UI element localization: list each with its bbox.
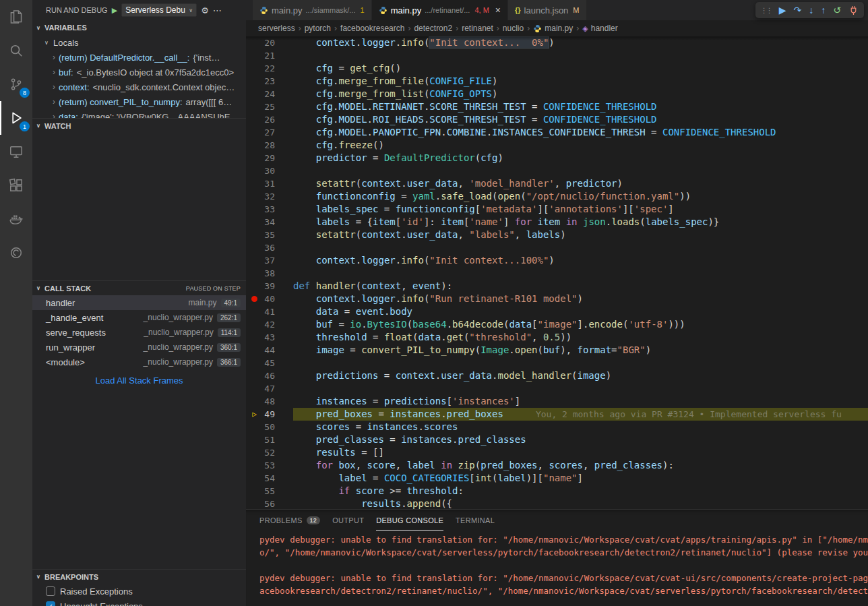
breadcrumb-item-main-py[interactable]: main.py [533, 24, 573, 33]
code-line[interactable]: 40 context.logger.info("Run retinanet-R1… [246, 293, 868, 305]
gutter-glyph-margin[interactable] [246, 433, 263, 446]
code-line[interactable]: 39def handler(context, event): [246, 280, 868, 293]
code-line[interactable]: 34 labels = {item['id']: item['name'] fo… [246, 216, 868, 229]
variable-row[interactable]: ›context:<nuclio_sdk.context.Context obj… [32, 80, 246, 94]
remote-explorer-icon[interactable] [0, 135, 32, 169]
code-line[interactable]: 54 label = COCO_CATEGORIES[int(label)]["… [246, 472, 868, 485]
line-number[interactable]: 48 [263, 395, 275, 408]
code-line[interactable]: 46 predictions = context.user_data.model… [246, 369, 868, 382]
line-number[interactable]: 32 [263, 190, 275, 203]
breadcrumb-item-serverless[interactable]: serverless [258, 24, 295, 33]
code-line[interactable]: 23 cfg.merge_from_file(CONFIG_FILE) [246, 75, 868, 88]
line-number[interactable]: 44 [263, 344, 275, 357]
line-number[interactable]: 54 [263, 472, 275, 485]
source-control-icon[interactable]: 8 [0, 67, 32, 101]
search-icon[interactable] [0, 34, 32, 67]
run-debug-icon[interactable]: 1 [0, 101, 32, 135]
line-number[interactable]: 51 [263, 433, 275, 446]
continue-icon[interactable]: ▶ [779, 5, 786, 15]
panel-tab-terminal[interactable]: TERMINAL [456, 510, 495, 531]
code-line[interactable]: 38 [246, 267, 868, 280]
line-number[interactable]: 26 [263, 113, 275, 126]
code-line[interactable]: 45 [246, 357, 868, 369]
line-number[interactable]: 49 [263, 408, 275, 421]
gutter-glyph-margin[interactable] [246, 267, 263, 280]
gutter-glyph-margin[interactable] [246, 100, 263, 113]
close-icon[interactable]: × [495, 5, 501, 16]
code-line[interactable]: 22 cfg = get_cfg() [246, 62, 868, 75]
gutter-glyph-margin[interactable] [246, 497, 263, 509]
code-line[interactable]: 32 functionconfig = yaml.safe_load(open(… [246, 190, 868, 203]
variables-header[interactable]: ∨ VARIABLES [32, 20, 246, 35]
variable-row[interactable]: ›buf:<_io.BytesIO object at 0x7f5a2dc1ec… [32, 65, 246, 80]
panel-tab-debug-console[interactable]: DEBUG CONSOLE [376, 510, 443, 531]
gutter-glyph-margin[interactable] [246, 344, 263, 357]
line-number[interactable]: 45 [263, 357, 275, 369]
line-number[interactable]: 36 [263, 241, 275, 254]
code-line[interactable]: 48 instances = predictions['instances'] [246, 395, 868, 408]
gutter-glyph-margin[interactable] [246, 152, 263, 164]
breadcrumb-item-detectron2[interactable]: detectron2 [414, 24, 452, 33]
line-number[interactable]: 31 [263, 177, 275, 190]
load-all-stack-frames-link[interactable]: Load All Stack Frames [32, 375, 246, 386]
gutter-glyph-margin[interactable] [246, 293, 263, 305]
code-line[interactable]: 26 cfg.MODEL.ROI_HEADS.SCORE_THRESH_TEST… [246, 113, 868, 126]
breadcrumb-item-facebookresearch[interactable]: facebookresearch [340, 24, 404, 33]
panel-tab-output[interactable]: OUTPUT [332, 510, 364, 531]
code-line[interactable]: 51 pred_classes = instances.pred_classes [246, 433, 868, 446]
gutter-glyph-margin[interactable] [246, 472, 263, 485]
debug-console-output[interactable]: pydev debugger: unable to find translati… [246, 531, 868, 606]
line-number[interactable]: 39 [263, 280, 275, 293]
breadcrumb-item-retinanet[interactable]: retinanet [462, 24, 493, 33]
gutter-glyph-margin[interactable] [246, 190, 263, 203]
gutter-glyph-margin[interactable] [246, 395, 263, 408]
breakpoint-item[interactable]: Raised Exceptions [32, 584, 246, 599]
line-number[interactable]: 33 [263, 203, 275, 216]
gutter-glyph-margin[interactable] [246, 369, 263, 382]
breakpoint-item[interactable]: ✓Uncaught Exceptions [32, 599, 246, 606]
editor-tab[interactable]: main.py.../retinanet/...4, M× [372, 0, 508, 20]
code-line[interactable]: 20 context.logger.info("Init context... … [246, 36, 868, 49]
gutter-glyph-margin[interactable] [246, 49, 263, 62]
line-number[interactable]: 22 [263, 62, 275, 75]
line-number[interactable]: 28 [263, 139, 275, 152]
panel-tab-problems[interactable]: PROBLEMS12 [259, 510, 320, 531]
code-line[interactable]: 56 results.append({ [246, 497, 868, 509]
line-number[interactable]: 55 [263, 485, 275, 497]
line-number[interactable]: 41 [263, 305, 275, 318]
code-line[interactable]: 50 scores = instances.scores [246, 421, 868, 433]
line-number[interactable]: 42 [263, 318, 275, 331]
line-number[interactable]: 21 [263, 49, 275, 62]
gear-icon[interactable]: ⚙ [201, 5, 209, 16]
code-line[interactable]: 43 threshold = float(data.get("threshold… [246, 331, 868, 344]
line-number[interactable]: 56 [263, 497, 275, 509]
code-line[interactable]: 30 [246, 164, 868, 177]
gutter-glyph-margin[interactable] [246, 318, 263, 331]
code-line[interactable]: 25 cfg.MODEL.RETINANET.SCORE_THRESH_TEST… [246, 100, 868, 113]
circle-tool-icon[interactable] [0, 236, 32, 270]
code-line[interactable]: 35 setattr(context.user_data, "labels", … [246, 229, 868, 241]
gutter-glyph-margin[interactable]: ▷ [246, 408, 263, 421]
stack-frame[interactable]: serve_requests_nuclio_wrapper.py114:1 [32, 325, 246, 340]
code-line[interactable]: 33 labels_spec = functionconfig['metadat… [246, 203, 868, 216]
gutter-glyph-margin[interactable] [246, 36, 263, 49]
code-line[interactable]: 42 buf = io.BytesIO(base64.b64decode(dat… [246, 318, 868, 331]
line-number[interactable]: 25 [263, 100, 275, 113]
line-number[interactable]: 38 [263, 267, 275, 280]
step-over-icon[interactable]: ↷ [794, 5, 802, 15]
explorer-icon[interactable] [0, 0, 32, 34]
gutter-glyph-margin[interactable] [246, 382, 263, 395]
line-number[interactable]: 47 [263, 382, 275, 395]
watch-header[interactable]: ∨ WATCH [32, 118, 246, 133]
gutter-glyph-margin[interactable] [246, 113, 263, 126]
code-line[interactable]: 27 cfg.MODEL.PANOPTIC_FPN.COMBINE.INSTAN… [246, 126, 868, 139]
code-lines[interactable]: 20 context.logger.info("Init context... … [246, 36, 868, 509]
checkbox[interactable] [46, 586, 55, 596]
code-line[interactable]: 37 context.logger.info("Init context...1… [246, 254, 868, 267]
gutter-glyph-margin[interactable] [246, 75, 263, 88]
breakpoint-icon[interactable] [251, 296, 257, 302]
code-line[interactable]: ▷49 pred_boxes = instances.pred_boxesYou… [246, 408, 868, 421]
toolbar-grip-icon[interactable]: ⋮⋮ [761, 7, 772, 14]
code-line[interactable]: 21 [246, 49, 868, 62]
breadcrumb-item-pytorch[interactable]: pytorch [305, 24, 331, 33]
